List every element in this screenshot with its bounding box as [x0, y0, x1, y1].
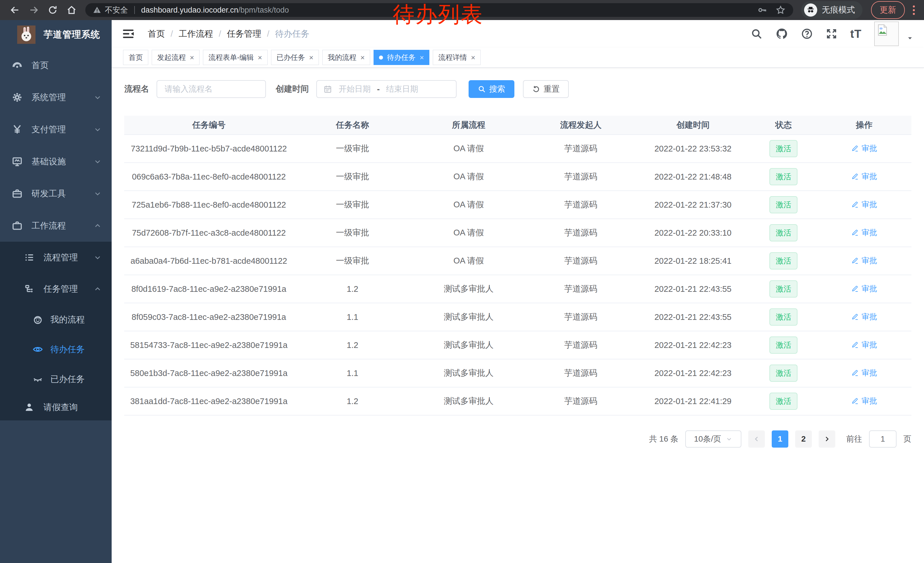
reset-button[interactable]: 重置	[523, 80, 569, 98]
browser-menu-kebab-icon[interactable]	[911, 4, 916, 17]
tab-item[interactable]: 流程表单-编辑 ×	[203, 50, 268, 65]
approve-link[interactable]: 审批	[851, 199, 877, 210]
sidebar-item-infrastructure[interactable]: 基础设施	[0, 146, 112, 177]
table-row: 381aa1dd-7ac8-11ec-a9e2-a2380e71991a 1.2…	[124, 387, 911, 415]
sidebar-item-leave-query[interactable]: 请假查询	[0, 394, 112, 420]
github-link-button[interactable]	[775, 27, 788, 41]
approve-link[interactable]: 审批	[851, 284, 877, 294]
tab-label: 流程表单-编辑	[208, 53, 254, 62]
tab-close-icon[interactable]: ×	[420, 54, 424, 61]
browser-forward-button[interactable]	[26, 3, 41, 18]
fullscreen-button[interactable]	[825, 28, 837, 40]
help-button[interactable]	[801, 28, 813, 40]
sidebar-item-task-management[interactable]: 任务管理	[0, 273, 112, 305]
approve-link-label: 审批	[862, 312, 877, 322]
yen-icon	[12, 124, 23, 135]
security-label[interactable]: 不安全	[105, 5, 128, 15]
tab-item[interactable]: 已办任务 ×	[271, 50, 319, 65]
user-menu-caret-icon[interactable]	[906, 35, 914, 42]
tab-item[interactable]: 首页	[123, 50, 148, 65]
todo-task-table: 任务编号 任务名称 所属流程 流程发起人 创建时间 状态 操作 73211d9d…	[124, 116, 911, 416]
sidebar-item-todo-tasks[interactable]: 待办任务	[0, 335, 112, 364]
address-bar[interactable]: 不安全 dashboard.yudao.iocoder.cn/bpm/task/…	[85, 3, 793, 17]
cell-status: 激活	[750, 359, 817, 387]
sidebar-item-system[interactable]: 系统管理	[0, 81, 112, 113]
approve-link[interactable]: 审批	[851, 143, 877, 153]
tab-close-icon[interactable]: ×	[360, 54, 364, 61]
tab-close-icon[interactable]: ×	[471, 54, 475, 61]
sidebar-item-workflow[interactable]: 工作流程	[0, 210, 112, 242]
cell-initiator: 芋道源码	[526, 219, 636, 247]
sidebar-item-home[interactable]: 首页	[0, 49, 112, 81]
font-size-button[interactable]: tT	[850, 27, 862, 41]
page-button-1[interactable]: 1	[772, 431, 788, 447]
tab-item[interactable]: 待办任务 ×	[374, 50, 429, 65]
sidebar-logo-row[interactable]: 芋道管理系统	[0, 20, 112, 49]
bookmark-star-icon[interactable]	[776, 5, 786, 15]
page-button-2[interactable]: 2	[795, 431, 812, 447]
cell-process: OA 请假	[412, 191, 526, 219]
edit-pencil-icon	[851, 369, 859, 377]
cell-process: 测试多审批人	[412, 331, 526, 359]
approve-link[interactable]: 审批	[851, 312, 877, 322]
cell-action: 审批	[817, 359, 911, 387]
user-avatar[interactable]	[874, 21, 899, 46]
page-size-select[interactable]: 10条/页	[685, 431, 741, 447]
cell-task-name: 一级审批	[293, 163, 412, 191]
home-icon	[66, 5, 77, 15]
sidebar-collapse-button[interactable]	[122, 27, 136, 41]
status-badge: 激活	[770, 140, 798, 157]
breadcrumb-home[interactable]: 首页	[148, 28, 165, 40]
edit-pencil-icon	[851, 341, 859, 348]
sidebar-item-payment[interactable]: 支付管理	[0, 113, 112, 146]
sidebar-item-done-tasks[interactable]: 已办任务	[0, 364, 112, 394]
tab-item[interactable]: 我的流程 ×	[322, 50, 370, 65]
tab-item[interactable]: 流程详情 ×	[433, 50, 481, 65]
url-host[interactable]: dashboard.yudao.iocoder.cn	[141, 6, 238, 15]
approve-link[interactable]: 审批	[851, 368, 877, 378]
process-name-input[interactable]	[157, 80, 266, 98]
breadcrumb-workflow[interactable]: 工作流程	[178, 28, 213, 40]
approve-link[interactable]: 审批	[851, 339, 877, 350]
edit-pencil-icon	[851, 397, 859, 405]
sidebar-item-label: 流程管理	[44, 252, 78, 263]
browser-reload-button[interactable]	[45, 3, 60, 18]
browser-back-button[interactable]	[8, 3, 22, 18]
tab-close-icon[interactable]: ×	[190, 54, 194, 61]
incognito-badge: 无痕模式	[801, 1, 862, 19]
header-search-button[interactable]	[750, 28, 762, 40]
list-icon	[24, 252, 35, 263]
approve-link[interactable]: 审批	[851, 227, 877, 238]
cell-task-name: 1.2	[293, 331, 412, 359]
approve-link[interactable]: 审批	[851, 171, 877, 182]
breadcrumb-task-management[interactable]: 任务管理	[227, 28, 261, 40]
cell-created: 2022-01-22 20:33:10	[636, 219, 750, 247]
browser-update-button[interactable]: 更新	[871, 1, 905, 19]
approve-link-label: 审批	[862, 368, 877, 378]
end-date-placeholder[interactable]: 结束日期	[386, 84, 418, 95]
goto-page-input[interactable]	[869, 431, 897, 447]
approve-link[interactable]: 审批	[851, 396, 877, 406]
saved-password-key-icon[interactable]	[757, 5, 767, 15]
breadcrumb-separator: /	[219, 29, 221, 39]
monitor-icon	[12, 156, 23, 167]
approve-link[interactable]: 审批	[851, 255, 877, 266]
cell-task-id: a6aba0a4-7b6d-11ec-b781-acde48001122	[124, 247, 293, 275]
browser-toolbar: 不安全 dashboard.yudao.iocoder.cn/bpm/task/…	[0, 0, 924, 20]
prev-page-button[interactable]	[748, 431, 765, 447]
header-actions: tT	[750, 21, 914, 46]
sidebar-item-devtools[interactable]: 研发工具	[0, 177, 112, 210]
tab-item[interactable]: 发起流程 ×	[152, 50, 200, 65]
tab-close-icon[interactable]: ×	[309, 54, 314, 61]
browser-home-button[interactable]	[64, 3, 79, 18]
sidebar-item-my-process[interactable]: 我的流程	[0, 305, 112, 335]
sidebar-item-label: 已办任务	[50, 374, 85, 385]
search-button[interactable]: 搜索	[469, 80, 514, 98]
sidebar-item-process-management[interactable]: 流程管理	[0, 242, 112, 273]
tab-close-icon[interactable]: ×	[258, 54, 262, 61]
start-date-placeholder[interactable]: 开始日期	[339, 84, 371, 95]
next-page-button[interactable]	[819, 431, 835, 447]
table-row: 725a1eb6-7b88-11ec-8ef0-acde48001122 一级审…	[124, 191, 911, 219]
date-range-picker[interactable]: 开始日期 - 结束日期	[316, 80, 456, 98]
refresh-icon	[532, 85, 540, 93]
